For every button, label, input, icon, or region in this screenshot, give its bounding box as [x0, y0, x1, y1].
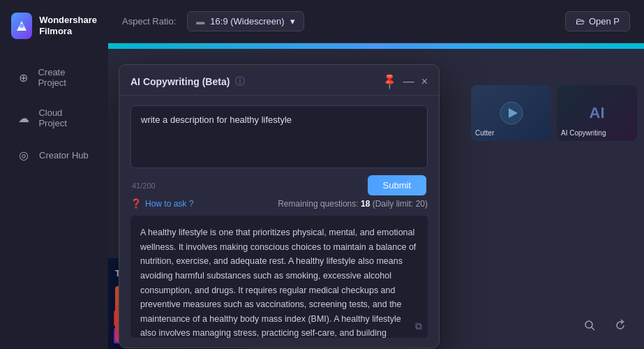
- ai-copywriting-modal: AI Copywriting (Beta) ⓘ 📌 — × write a de…: [119, 64, 440, 348]
- cloud-project-icon: ☁: [17, 111, 30, 125]
- cards-area: Cutter AI AI Copywriting: [471, 85, 644, 141]
- app-logo-icon: [11, 13, 32, 39]
- modal-controls: 📌 — ×: [382, 75, 428, 88]
- sidebar-item-label: Cloud Project: [38, 107, 91, 128]
- svg-point-0: [20, 24, 24, 28]
- aspect-ratio-dropdown[interactable]: ▬ 16:9 (Widescreen) ▾: [187, 11, 304, 31]
- card-cutter-label: Cutter: [475, 129, 494, 137]
- card-ai-copywriting[interactable]: AI AI Copywriting: [557, 85, 637, 141]
- open-project-button[interactable]: 🗁 Open P: [565, 11, 630, 31]
- remaining-questions-info: Remaining questions: 18 (Daily limit: 20…: [278, 199, 428, 209]
- folder-icon: 🗁: [576, 16, 585, 27]
- teal-accent-bar: [108, 43, 644, 49]
- result-area[interactable]: A healthy lifestyle is one that prioriti…: [130, 216, 428, 338]
- sidebar-item-label: Creator Hub: [39, 150, 89, 161]
- aspect-ratio-label: Aspect Ratio:: [122, 16, 176, 27]
- question-circle-icon: ❓: [130, 198, 142, 209]
- copy-icon[interactable]: ⧉: [415, 320, 422, 332]
- sidebar: Wondershare Filmora ⊕ Create Project ☁ C…: [0, 0, 108, 349]
- how-to-ask-row: ❓ How to ask ? Remaining questions: 18 (…: [130, 198, 428, 209]
- monitor-icon: ▬: [196, 17, 204, 27]
- char-count: 41/200: [132, 181, 156, 190]
- modal-title-group: AI Copywriting (Beta) ⓘ: [130, 75, 245, 88]
- modal-body: write a description for healthy lifestyl…: [119, 96, 439, 348]
- submit-button[interactable]: Submit: [368, 175, 426, 195]
- app-name: Wondershare Filmora: [39, 15, 97, 36]
- minimize-button[interactable]: —: [403, 76, 414, 87]
- refresh-icon[interactable]: [611, 315, 630, 335]
- pin-icon[interactable]: 📌: [380, 72, 399, 91]
- top-bar: Aspect Ratio: ▬ 16:9 (Widescreen) ▾ 🗁 Op…: [108, 0, 644, 43]
- chevron-down-icon: ▾: [290, 16, 295, 27]
- info-icon[interactable]: ⓘ: [235, 75, 245, 88]
- creator-hub-icon: ◎: [17, 148, 31, 162]
- modal-header: AI Copywriting (Beta) ⓘ 📌 — ×: [119, 65, 439, 96]
- sidebar-item-cloud-project[interactable]: ☁ Cloud Project: [6, 99, 103, 137]
- prompt-textarea[interactable]: write a description for healthy lifestyl…: [130, 105, 428, 168]
- card-ai-label: AI Copywriting: [561, 129, 606, 137]
- result-text: A healthy lifestyle is one that prioriti…: [140, 225, 418, 338]
- modal-title: AI Copywriting (Beta): [130, 76, 230, 87]
- sidebar-item-label: Create Project: [38, 67, 91, 88]
- open-project-label: Open P: [589, 16, 620, 27]
- svg-point-3: [585, 321, 592, 328]
- how-to-ask-link[interactable]: How to ask ?: [145, 199, 193, 209]
- create-project-icon: ⊕: [17, 70, 29, 84]
- close-button[interactable]: ×: [421, 76, 428, 87]
- sidebar-logo: Wondershare Filmora: [0, 0, 108, 52]
- main-area: Aspect Ratio: ▬ 16:9 (Widescreen) ▾ 🗁 Op…: [108, 0, 644, 349]
- sidebar-item-creator-hub[interactable]: ◎ Creator Hub: [6, 140, 103, 170]
- aspect-ratio-value: 16:9 (Widescreen): [210, 16, 284, 27]
- content-area: Cutter AI AI Copywriting: [108, 43, 644, 349]
- sidebar-item-create-project[interactable]: ⊕ Create Project: [6, 59, 103, 96]
- sidebar-nav: ⊕ Create Project ☁ Cloud Project ◎ Creat…: [0, 52, 108, 177]
- search-icon[interactable]: [580, 315, 599, 335]
- bottom-icons: [580, 315, 630, 335]
- prompt-footer: 41/200 Submit: [130, 175, 428, 195]
- svg-line-4: [592, 327, 594, 330]
- card-cutter[interactable]: Cutter: [471, 85, 551, 141]
